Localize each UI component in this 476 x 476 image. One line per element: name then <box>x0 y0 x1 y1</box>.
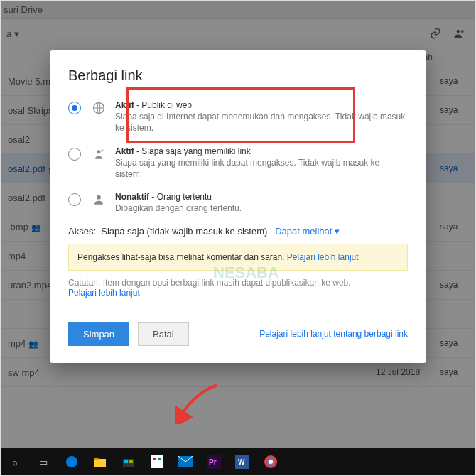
viewer-notice: Pengakses lihat-saja bisa melihat koment… <box>68 244 408 271</box>
svg-rect-8 <box>94 458 99 460</box>
radio-button[interactable] <box>68 102 81 114</box>
save-button[interactable]: Simpan <box>68 322 129 346</box>
taskbar-store-icon[interactable] <box>114 448 143 475</box>
svg-point-22 <box>269 460 273 464</box>
svg-point-6 <box>66 456 77 467</box>
radio-button[interactable] <box>68 193 81 206</box>
access-permission-dropdown[interactable]: Dapat melihat ▾ <box>275 226 340 237</box>
svg-rect-14 <box>158 458 161 460</box>
svg-rect-11 <box>129 460 133 463</box>
taskbar-premiere-icon[interactable]: Pr <box>200 448 228 475</box>
link-person-icon <box>91 146 107 162</box>
sharing-option[interactable]: Aktif - Siapa saja yang memiliki linkSia… <box>68 146 408 180</box>
modal-overlay: Berbagi link Aktif - Publik di webSiapa … <box>1 1 475 475</box>
taskbar-mail-icon[interactable] <box>171 448 200 475</box>
globe-icon <box>91 100 107 116</box>
publish-note: Catatan: Item dengan opsi berbagi link m… <box>68 278 408 298</box>
taskbar-taskview-icon[interactable]: ▭ <box>29 448 58 475</box>
footer-learn-more-link[interactable]: Pelajari lebih lanjut tentang berbagi li… <box>259 329 408 339</box>
svg-text:Pr: Pr <box>209 458 217 466</box>
svg-rect-13 <box>153 458 156 460</box>
taskbar-chrome-icon[interactable] <box>256 448 285 475</box>
taskbar: ⌕ ▭ Pr W <box>1 448 475 475</box>
share-link-dialog: Berbagi link Aktif - Publik di webSiapa … <box>50 50 426 363</box>
annotation-arrow <box>175 382 225 424</box>
sharing-option[interactable]: Aktif - Publik di webSiapa saja di Inter… <box>68 99 408 134</box>
notice-learn-more-link[interactable]: Pelajari lebih lanjut <box>287 252 359 262</box>
access-row: Akses: Siapa saja (tidak wajib masuk ke … <box>68 226 408 237</box>
taskbar-cortana-icon[interactable]: ⌕ <box>1 448 29 475</box>
cancel-button[interactable]: Batal <box>138 322 189 346</box>
svg-rect-10 <box>124 460 128 463</box>
taskbar-app-icon[interactable] <box>143 448 171 475</box>
dialog-title: Berbagi link <box>68 67 408 84</box>
svg-point-5 <box>97 195 101 200</box>
svg-point-4 <box>101 149 103 151</box>
taskbar-explorer-icon[interactable] <box>86 448 114 475</box>
taskbar-word-icon[interactable]: W <box>228 448 256 475</box>
person-icon <box>91 192 107 207</box>
sharing-option[interactable]: Nonaktif - Orang tertentuDibagikan denga… <box>68 191 408 214</box>
svg-text:W: W <box>238 458 245 466</box>
taskbar-edge-icon[interactable] <box>58 448 86 475</box>
svg-rect-12 <box>151 455 163 468</box>
radio-button[interactable] <box>68 148 81 161</box>
note-learn-more-link[interactable]: Pelajari lebih lanjut <box>68 288 140 298</box>
option-text: Aktif - Siapa saja yang memiliki linkSia… <box>115 146 408 180</box>
option-text: Aktif - Publik di webSiapa saja di Inter… <box>115 99 408 134</box>
option-text: Nonaktif - Orang tertentuDibagikan denga… <box>115 191 408 214</box>
svg-point-3 <box>97 150 101 153</box>
